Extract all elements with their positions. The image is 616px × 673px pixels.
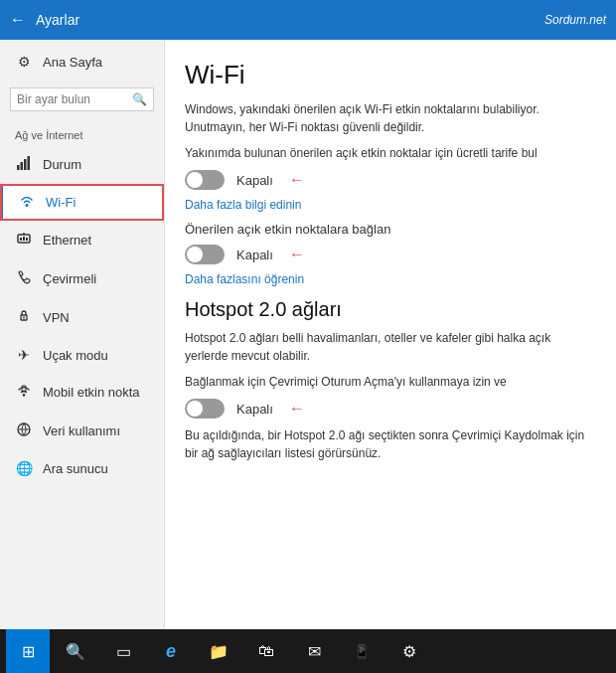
search-icon: 🔍: [132, 92, 147, 106]
vpn-label: VPN: [43, 310, 70, 325]
ara-icon: 🌐: [15, 460, 33, 476]
task-view-icon: ▭: [116, 642, 131, 661]
toggle-row-1: Kapalı ←: [185, 170, 596, 190]
hotspot-desc-1: Hotspot 2.0 ağları belli havalimanları, …: [185, 329, 596, 365]
section-2-title: Önerilen açık etkin noktalara bağlan: [185, 222, 596, 237]
toggle-row-3: Kapalı ←: [185, 399, 596, 419]
sordum-badge: Sordum.net: [544, 13, 606, 27]
sidebar-item-ucak[interactable]: ✈ Uçak modu: [0, 337, 164, 373]
edge-icon: e: [166, 641, 176, 662]
svg-rect-2: [24, 159, 27, 170]
durum-icon: [15, 155, 33, 174]
svg-point-4: [26, 204, 29, 207]
toggle-2-label: Kapalı: [236, 248, 273, 262]
arrow-icon-2: ←: [289, 246, 305, 263]
wifi-icon: [18, 194, 36, 211]
sidebar-item-home[interactable]: ⚙ Ana Sayfa: [0, 40, 164, 84]
cevirmeli-label: Çevirmeli: [43, 271, 96, 286]
toggle-1[interactable]: [185, 170, 225, 190]
search-taskbar-icon: 🔍: [66, 642, 85, 661]
sidebar-item-ethernet[interactable]: Ethernet: [0, 221, 164, 259]
mobil-icon: [15, 383, 33, 402]
page-title: Wi-Fi: [185, 60, 596, 90]
svg-rect-8: [26, 238, 28, 241]
start-icon: ⊞: [22, 642, 35, 661]
toggle-1-label: Kapalı: [236, 173, 273, 188]
settings-icon: ⚙: [15, 54, 33, 70]
toggle-3-label: Kapalı: [236, 402, 273, 417]
edge-button[interactable]: e: [149, 629, 193, 673]
sidebar-section-title: Ağ ve İnternet: [0, 121, 164, 145]
folder-icon: 📁: [209, 642, 229, 661]
cevirmeli-icon: [15, 269, 33, 288]
hotspot-title: Hotspot 2.0 ağları: [185, 298, 596, 321]
sidebar-item-veri[interactable]: Veri kullanımı: [0, 412, 164, 450]
svg-rect-7: [23, 237, 25, 241]
sidebar-item-wifi[interactable]: Wi-Fi: [0, 184, 164, 221]
sidebar-item-durum[interactable]: Durum: [0, 145, 164, 184]
ucak-icon: ✈: [15, 347, 33, 363]
link-1[interactable]: Daha fazla bilgi edinin: [185, 198, 596, 212]
app-title: Ayarlar: [36, 12, 79, 28]
veri-icon: [15, 421, 33, 440]
search-box[interactable]: 🔍: [10, 87, 154, 111]
mail-icon: ✉: [308, 642, 321, 661]
durum-label: Durum: [43, 157, 81, 172]
svg-point-11: [23, 317, 25, 319]
search-button[interactable]: 🔍: [54, 629, 97, 673]
settings-taskbar-icon: ⚙: [402, 642, 416, 661]
svg-rect-0: [17, 165, 20, 170]
store-icon: 🛍: [258, 642, 274, 660]
arrow-icon-3: ←: [289, 400, 305, 418]
link-2[interactable]: Daha fazlasını öğrenin: [185, 272, 596, 286]
settings-taskbar-button[interactable]: ⚙: [387, 629, 431, 673]
desc-2: Yakınımda bulunan önerilen açık etkin no…: [185, 144, 596, 162]
ara-label: Ara sunucu: [43, 461, 108, 476]
main-layout: ⚙ Ana Sayfa 🔍 Ağ ve İnternet Durum: [0, 40, 616, 629]
store-button[interactable]: 🛍: [244, 629, 288, 673]
sidebar-item-mobil[interactable]: Mobil etkin nokta: [0, 373, 164, 412]
sidebar-item-ara[interactable]: 🌐 Ara sunucu: [0, 450, 164, 486]
start-button[interactable]: ⊞: [6, 629, 50, 673]
svg-rect-6: [20, 238, 22, 241]
folder-button[interactable]: 📁: [197, 629, 240, 673]
phone-icon: 📱: [354, 644, 370, 659]
arrow-icon-1: ←: [289, 171, 305, 189]
mobil-label: Mobil etkin nokta: [43, 385, 140, 400]
ucak-label: Uçak modu: [43, 348, 108, 363]
taskbar: ⊞ 🔍 ▭ e 📁 🛍 ✉ 📱 ⚙: [0, 629, 616, 673]
content-area: Wi-Fi Windows, yakındaki önerilen açık W…: [164, 40, 616, 629]
svg-point-12: [23, 394, 26, 397]
sidebar-item-cevirmeli[interactable]: Çevirmeli: [0, 259, 164, 298]
task-view-button[interactable]: ▭: [101, 629, 145, 673]
toggle-3[interactable]: [185, 399, 225, 419]
phone-button[interactable]: 📱: [340, 629, 384, 673]
ethernet-label: Ethernet: [43, 233, 91, 248]
svg-rect-1: [21, 162, 24, 170]
toggle-2[interactable]: [185, 245, 225, 264]
title-bar: ← Ayarlar Sordum.net: [0, 0, 616, 40]
search-input[interactable]: [17, 92, 126, 106]
wifi-label: Wi-Fi: [46, 195, 76, 210]
ethernet-icon: [15, 231, 33, 250]
svg-rect-3: [28, 156, 31, 170]
hotspot-desc-2: Bağlanmak için Çevrimiçi Oturum Açma'yı …: [185, 373, 596, 391]
back-button[interactable]: ←: [10, 11, 26, 29]
mail-button[interactable]: ✉: [292, 629, 336, 673]
home-label: Ana Sayfa: [43, 55, 102, 70]
sidebar: ⚙ Ana Sayfa 🔍 Ağ ve İnternet Durum: [0, 40, 164, 629]
veri-label: Veri kullanımı: [43, 423, 120, 438]
desc-1: Windows, yakındaki önerilen açık Wi-Fi e…: [185, 100, 596, 136]
vpn-icon: [15, 308, 33, 327]
hotspot-desc-3: Bu açıldığında, bir Hotspot 2.0 ağı seçt…: [185, 426, 596, 462]
toggle-row-2: Kapalı ←: [185, 245, 596, 264]
sidebar-item-vpn[interactable]: VPN: [0, 298, 164, 337]
